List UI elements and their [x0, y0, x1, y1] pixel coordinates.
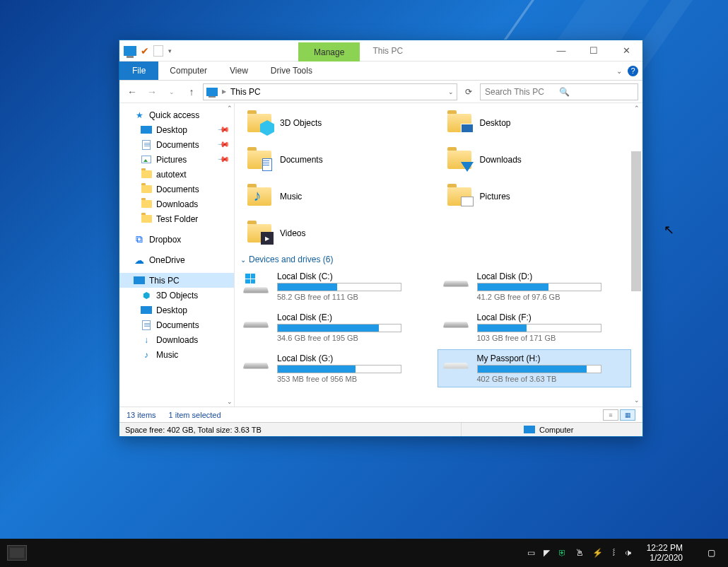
recent-locations-button[interactable]: ⌄ [163, 83, 180, 100]
sidebar-scroll-up-icon[interactable]: ⌃ [227, 105, 233, 112]
folder-icon [247, 151, 271, 169]
tray-app-icon[interactable]: ◤ [544, 548, 550, 558]
pc-icon[interactable] [124, 46, 136, 56]
pin-icon: 📌 [216, 138, 230, 151]
sidebar-item-test-folder[interactable]: Test Folder [119, 211, 234, 226]
sidebar-item-documents-2[interactable]: Documents [119, 182, 234, 197]
breadcrumb-chevron-icon[interactable]: ▶ [222, 88, 226, 95]
section-label: Devices and drives (6) [249, 255, 333, 264]
up-button[interactable]: ↑ [183, 83, 200, 100]
folder-icon: ▶ [247, 224, 271, 242]
content-scroll-up-icon[interactable]: ⌃ [634, 105, 640, 112]
maximize-button[interactable]: ☐ [577, 40, 610, 61]
back-button[interactable]: ← [124, 83, 141, 100]
title-bar: ✔ ▾ Manage This PC — ☐ ✕ [119, 40, 642, 62]
tab-file[interactable]: File [119, 62, 158, 80]
drive-title: Local Disk (C:) [277, 271, 428, 281]
sidebar-item-dropbox[interactable]: ⧉ Dropbox [119, 232, 234, 247]
view-details-button[interactable]: ≡ [603, 409, 618, 421]
drive-d[interactable]: Local Disk (D:) 41.2 GB free of 97.6 GB [438, 267, 632, 305]
sidebar-item-downloads[interactable]: Downloads [119, 197, 234, 211]
sidebar-item-3d-objects[interactable]: ⬢ 3D Objects [119, 288, 234, 303]
drive-usage-fill [278, 284, 337, 291]
action-center-button[interactable]: ▢ [697, 539, 725, 567]
forward-button[interactable]: → [143, 83, 160, 100]
address-bar[interactable]: ▶ This PC ⌄ [203, 83, 457, 100]
status-bar: 13 items 1 item selected ≡ ▦ [119, 407, 642, 422]
chevron-down-icon: ⌄ [240, 256, 246, 264]
minimize-button[interactable]: — [545, 40, 577, 61]
scrollbar-thumb[interactable] [631, 151, 641, 291]
refresh-button[interactable]: ⟳ [460, 83, 477, 100]
sidebar-item-onedrive[interactable]: ☁ OneDrive [119, 252, 234, 267]
folder-documents[interactable]: Documents [245, 144, 430, 175]
pc-icon [206, 88, 218, 96]
drive-subtitle: 353 MB free of 956 MB [277, 375, 428, 383]
section-devices-and-drives[interactable]: ⌄ Devices and drives (6) [235, 252, 642, 267]
drive-e[interactable]: Local Disk (E:) 34.6 GB free of 195 GB [237, 308, 432, 346]
search-icon[interactable]: 🔍 [559, 87, 633, 97]
search-input[interactable]: Search This PC 🔍 [480, 83, 638, 100]
explorer-window: ✔ ▾ Manage This PC — ☐ ✕ File Computer V… [119, 40, 643, 437]
notification-icon: ▢ [708, 548, 715, 558]
sidebar-scroll-down-icon[interactable]: ⌄ [227, 398, 233, 405]
tray-overflow-icon[interactable]: ▭ [527, 548, 535, 558]
folder-music[interactable]: ♪ Music [245, 181, 430, 212]
security-icon[interactable]: ⛨ [558, 548, 567, 558]
folder-videos[interactable]: ▶ Videos [245, 218, 430, 249]
drive-g[interactable]: Local Disk (G:) 353 MB free of 956 MB [237, 349, 432, 387]
pc-icon [524, 426, 535, 433]
help-icon[interactable]: ? [628, 66, 638, 76]
sidebar-item-label: Documents [156, 320, 199, 330]
sidebar-item-pc-music[interactable]: ♪ Music [119, 347, 234, 362]
taskbar: ▭ ◤ ⛨ 🖯 ⚡ ⸾ 🕩 12:22 PM 1/2/2020 ▢ [0, 539, 728, 567]
wifi-icon[interactable]: ⸾ [611, 548, 616, 558]
drive-usage-bar [477, 283, 601, 291]
sidebar-item-pc-desktop[interactable]: Desktop [119, 303, 234, 317]
drive-icon [242, 271, 270, 296]
sidebar-item-pc-downloads[interactable]: ↓ Downloads [119, 332, 234, 347]
usb-icon[interactable]: 🖯 [575, 548, 584, 558]
folder-desktop[interactable]: Desktop [445, 107, 630, 139]
folder-3d-objects[interactable]: 3D Objects [245, 107, 430, 139]
address-dropdown-icon[interactable]: ⌄ [448, 88, 454, 95]
sidebar-item-label: 3D Objects [156, 291, 198, 300]
drive-h[interactable]: My Passport (H:) 402 GB free of 3.63 TB [438, 349, 632, 387]
sidebar-item-desktop[interactable]: Desktop 📌 [119, 122, 234, 137]
breadcrumb-location[interactable]: This PC [230, 87, 261, 97]
drive-icon [442, 353, 470, 378]
taskbar-explorer-button[interactable] [0, 539, 34, 567]
new-folder-icon[interactable] [153, 45, 163, 57]
sidebar-item-documents[interactable]: Documents 📌 [119, 137, 234, 152]
tab-computer[interactable]: Computer [158, 62, 218, 80]
ribbon-expand-icon[interactable]: ⌄ [616, 67, 622, 75]
qat-dropdown-icon[interactable]: ▾ [166, 47, 174, 54]
sidebar-item-quick-access[interactable]: ★ Quick access [119, 107, 234, 122]
power-icon[interactable]: ⚡ [592, 548, 603, 558]
close-button[interactable]: ✕ [610, 40, 642, 61]
folder-label: Videos [280, 228, 305, 238]
tab-drive-tools[interactable]: Drive Tools [259, 62, 324, 80]
folder-pictures[interactable]: Pictures [445, 181, 630, 212]
sidebar-item-autotext[interactable]: autotext [119, 167, 234, 182]
quick-access-toolbar: ✔ ▾ [119, 40, 178, 61]
drive-subtitle: 58.2 GB free of 111 GB [277, 293, 428, 301]
view-tiles-button[interactable]: ▦ [620, 409, 635, 421]
navigation-toolbar: ← → ⌄ ↑ ▶ This PC ⌄ ⟳ Search This PC 🔍 [119, 81, 642, 103]
drive-usage-bar [277, 283, 401, 291]
sidebar-item-label: Documents [156, 185, 199, 194]
folder-icon: ♪ [247, 187, 271, 206]
content-scroll-down-icon[interactable]: ⌄ [634, 397, 640, 404]
taskbar-clock[interactable]: 12:22 PM 1/2/2020 [641, 543, 688, 563]
drive-f[interactable]: Local Disk (F:) 103 GB free of 171 GB [438, 308, 632, 346]
sidebar-item-pictures[interactable]: Pictures 📌 [119, 152, 234, 167]
volume-icon[interactable]: 🕩 [624, 548, 633, 558]
drive-c[interactable]: Local Disk (C:) 58.2 GB free of 111 GB [237, 267, 432, 305]
folder-downloads[interactable]: Downloads [445, 144, 630, 175]
sidebar-item-pc-documents[interactable]: Documents [119, 317, 234, 332]
tab-view[interactable]: View [218, 62, 259, 80]
drive-usage-fill [278, 325, 379, 332]
properties-icon[interactable]: ✔ [139, 45, 151, 57]
sidebar-item-this-pc[interactable]: This PC [119, 273, 234, 288]
document-icon [142, 140, 151, 150]
